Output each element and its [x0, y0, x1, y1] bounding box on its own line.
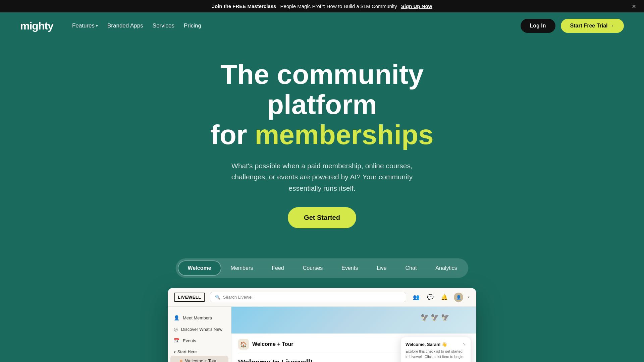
nav-item-pricing[interactable]: Pricing: [184, 22, 201, 29]
tab-welcome[interactable]: Welcome: [178, 260, 221, 276]
members-icon[interactable]: 👥: [412, 293, 421, 302]
calendar-icon: 📅: [174, 338, 179, 343]
dot-icon: [180, 360, 182, 362]
page-icon: 🏠: [238, 339, 249, 350]
mockup-body: 👤 Meet Members ◎ Discover What's New 📅 E…: [168, 307, 476, 362]
chevron-down-icon: ▾: [96, 24, 98, 28]
logo[interactable]: mighty: [20, 20, 53, 32]
nav-item-services[interactable]: Services: [153, 22, 174, 29]
hero-highlight: memberships: [255, 119, 433, 150]
hero-section: The community platform for memberships W…: [0, 39, 644, 242]
mockup-search-placeholder: Search Livewell: [223, 295, 254, 300]
mockup-sidebar: 👤 Meet Members ◎ Discover What's New 📅 E…: [168, 307, 231, 362]
checklist-description: Explore this checklist to get started in…: [406, 349, 466, 359]
sidebar-item-discover[interactable]: ◎ Discover What's New: [168, 323, 231, 335]
tab-bar: Welcome Members Feed Courses Events Live…: [176, 258, 469, 278]
tab-live[interactable]: Live: [367, 261, 396, 275]
sidebar-item-meet-members[interactable]: 👤 Meet Members: [168, 312, 231, 323]
chevron-down-icon: ▾: [468, 295, 470, 299]
mockup-logo: LIVEWELL: [174, 293, 205, 302]
sidebar-section-start: ▾ Start Here: [168, 346, 231, 356]
announcement-close-button[interactable]: ×: [632, 3, 636, 10]
announcement-bar: Join the FREE Masterclass People Magic P…: [0, 0, 644, 12]
page-title: Welcome + Tour: [252, 341, 293, 347]
app-mockup: LIVEWELL 🔍 Search Livewell 👥 💬 🔔 👤 ▾ 👤 M…: [168, 288, 476, 362]
get-started-button[interactable]: Get Started: [288, 207, 356, 228]
collapse-icon: ▾: [174, 350, 175, 354]
nav-links: Features ▾ Branded Apps Services Pricing: [72, 22, 508, 29]
checklist-header: Welcome, Sarah! 👋 ⤡: [406, 342, 466, 347]
login-button[interactable]: Log In: [521, 19, 555, 33]
hero-description: What's possible when a paid membership, …: [215, 160, 429, 194]
nav-item-features[interactable]: Features ▾: [72, 22, 98, 29]
tab-analytics[interactable]: Analytics: [426, 261, 466, 275]
people-icon: 👤: [174, 315, 179, 320]
checklist-close-button[interactable]: ⤡: [463, 342, 466, 347]
tab-feed[interactable]: Feed: [262, 261, 293, 275]
announcement-cta[interactable]: Sign Up Now: [401, 3, 432, 9]
mockup-search-bar[interactable]: 🔍 Search Livewell: [210, 292, 406, 302]
nav-actions: Log In Start Free Trial →: [521, 19, 624, 33]
sidebar-item-events[interactable]: 📅 Events: [168, 335, 231, 346]
tab-courses[interactable]: Courses: [293, 261, 332, 275]
mockup-navbar: LIVEWELL 🔍 Search Livewell 👥 💬 🔔 👤 ▾: [168, 288, 476, 307]
discover-icon: ◎: [174, 326, 178, 332]
search-icon: 🔍: [215, 295, 220, 300]
nav-item-branded-apps[interactable]: Branded Apps: [107, 22, 143, 29]
sidebar-sub-welcome-tour[interactable]: Welcome + Tour: [170, 356, 228, 362]
checklist-greeting: Welcome, Sarah! 👋: [406, 342, 447, 347]
announcement-text: People Magic Profit: How to Build a $1M …: [280, 3, 397, 9]
tab-events[interactable]: Events: [332, 261, 367, 275]
trial-button[interactable]: Start Free Trial →: [561, 19, 624, 33]
tab-members[interactable]: Members: [221, 261, 263, 275]
navbar: mighty Features ▾ Branded Apps Services …: [0, 12, 644, 39]
mockup-main-content: 🦅 🦅 🦅 🏠 Welcome + Tour Welcome to Livewe…: [231, 307, 476, 362]
checklist-popup: Welcome, Sarah! 👋 ⤡ Explore this checkli…: [400, 337, 471, 362]
mockup-nav-icons: 👥 💬 🔔 👤 ▾: [412, 293, 470, 302]
mockup-banner: 🦅 🦅 🦅: [231, 307, 476, 334]
hero-heading: The community platform for memberships: [171, 59, 473, 150]
user-avatar[interactable]: 👤: [454, 293, 463, 302]
birds-decoration: 🦅 🦅 🦅: [421, 313, 449, 321]
tab-chat[interactable]: Chat: [396, 261, 426, 275]
chat-icon[interactable]: 💬: [426, 293, 435, 302]
bell-icon[interactable]: 🔔: [440, 293, 449, 302]
announcement-prefix: Join the FREE Masterclass: [212, 3, 276, 9]
